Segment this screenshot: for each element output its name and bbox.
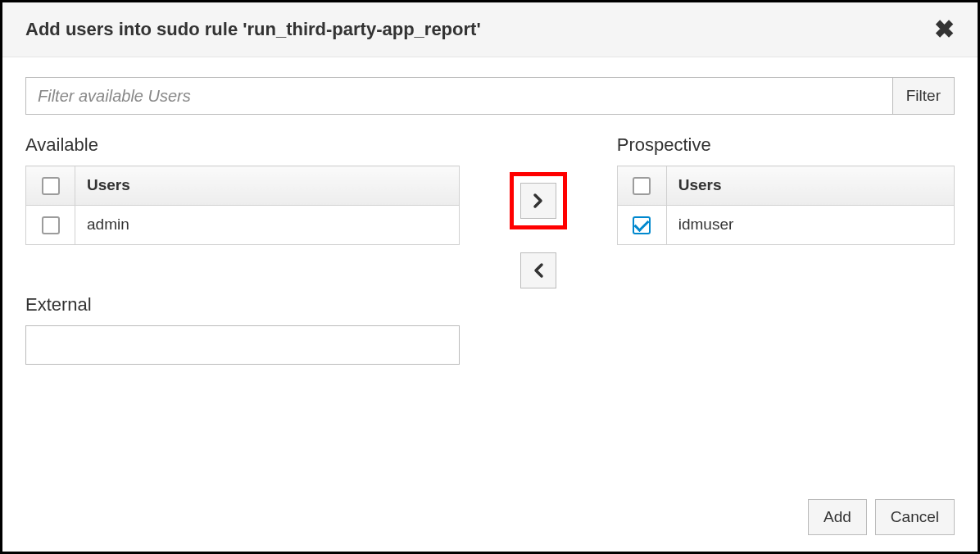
prospective-select-all-cell <box>617 166 666 206</box>
prospective-row-name[interactable]: idmuser <box>666 205 954 244</box>
modal-header: Add users into sudo rule 'run_third-part… <box>2 2 978 57</box>
available-column: Available Users <box>25 134 460 365</box>
available-select-all-cell <box>26 166 75 206</box>
prospective-column: Prospective Users <box>617 134 955 245</box>
move-buttons-column <box>460 134 617 288</box>
prospective-column-header: Users <box>666 166 954 206</box>
prospective-row-checkbox[interactable] <box>633 216 651 234</box>
available-column-header: Users <box>75 166 460 206</box>
close-icon[interactable]: ✖ <box>934 17 955 42</box>
table-row: admin <box>26 205 460 244</box>
available-row-name[interactable]: admin <box>75 205 460 244</box>
available-row-checkbox[interactable] <box>42 216 60 234</box>
dialog-frame: Add users into sudo rule 'run_third-part… <box>0 0 980 554</box>
filter-row: Filter <box>25 77 955 115</box>
prospective-label: Prospective <box>617 134 955 156</box>
prospective-row-checkbox-cell <box>617 205 666 244</box>
filter-button[interactable]: Filter <box>892 77 955 115</box>
prospective-select-all-checkbox[interactable] <box>633 177 651 195</box>
chevron-right-icon <box>533 193 544 209</box>
cancel-button[interactable]: Cancel <box>875 499 955 535</box>
move-left-button[interactable] <box>520 252 556 288</box>
available-label: Available <box>25 134 460 156</box>
external-section: External <box>25 294 460 365</box>
dual-list-columns: Available Users <box>25 134 955 365</box>
modal-body: Filter Available Users <box>2 57 978 365</box>
add-button[interactable]: Add <box>808 499 867 535</box>
available-table: Users admin <box>25 166 460 245</box>
filter-input[interactable] <box>25 77 892 115</box>
highlight-box <box>510 172 567 229</box>
modal-title: Add users into sudo rule 'run_third-part… <box>25 19 481 40</box>
prospective-table: Users idmuser <box>617 166 955 245</box>
chevron-left-icon <box>533 262 544 279</box>
available-row-checkbox-cell <box>26 205 75 244</box>
table-row: idmuser <box>617 205 954 244</box>
external-label: External <box>25 294 460 316</box>
external-input[interactable] <box>25 325 460 365</box>
move-right-button[interactable] <box>520 183 556 219</box>
available-select-all-checkbox[interactable] <box>42 177 60 195</box>
modal-footer: Add Cancel <box>2 486 978 552</box>
